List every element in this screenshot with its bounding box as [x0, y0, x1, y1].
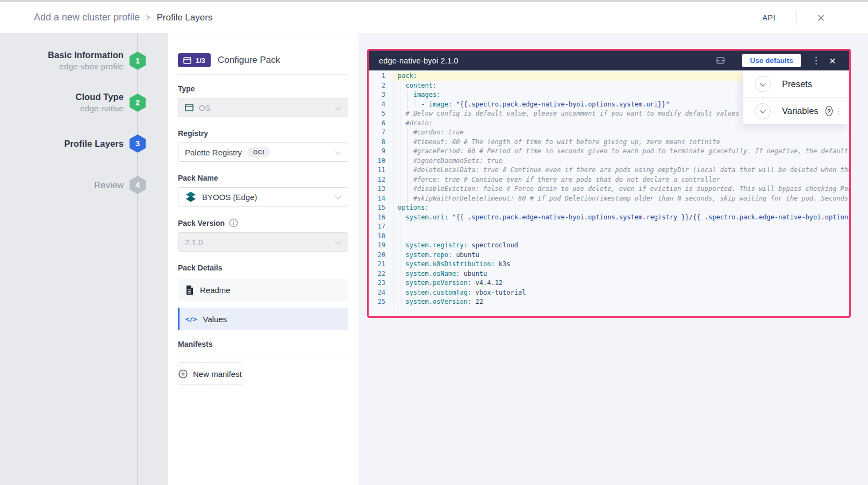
chevron-down-icon [335, 104, 341, 110]
code-line[interactable]: 8 #timeout: 60 # The length of time to w… [369, 138, 849, 147]
code-line[interactable]: 14 #skipWaitForDeleteTimeout: 60 # If po… [369, 194, 849, 204]
os-window-icon [185, 104, 193, 111]
line-number: 15 [369, 203, 385, 213]
readme-tab[interactable]: Readme [178, 279, 348, 301]
pack-step-count: 1/3 [196, 56, 205, 65]
wizard-header: Add a new cluster profile > Profile Laye… [0, 2, 868, 33]
configure-pack-title: Configure Pack [218, 55, 280, 66]
line-number: 22 [369, 269, 385, 279]
line-number: 24 [369, 288, 385, 298]
diff-view-icon[interactable] [715, 55, 726, 66]
type-value: OS [199, 103, 211, 112]
line-number: 21 [369, 260, 385, 269]
line-number: 23 [369, 279, 385, 288]
breadcrumb-current-step: Profile Layers [156, 12, 212, 23]
code-line[interactable]: 9 #gracePeriod: 60 # Period of time in s… [369, 147, 849, 156]
line-number: 11 [369, 166, 385, 175]
use-defaults-button[interactable]: Use defaults [742, 54, 800, 67]
pack-name-value: BYOOS (Edge) [202, 192, 257, 202]
manifests-label: Manifests [178, 340, 348, 348]
pack-version-label: Pack Version [178, 219, 225, 227]
step-title: Cloud Type [75, 92, 124, 102]
stepper-step-profile-layers[interactable]: Profile Layers 3 [0, 134, 168, 153]
chevron-down-icon [759, 107, 765, 113]
breadcrumb-separator: > [146, 13, 150, 23]
header-divider [796, 11, 797, 25]
step-indicator-hexagon: 3 [130, 134, 146, 153]
pack-step-badge: 1/3 [178, 53, 211, 67]
line-number: 4 [369, 100, 385, 110]
line-number: 13 [369, 184, 385, 194]
code-line[interactable]: 11 #deleteLocalData: true # Continue eve… [369, 166, 849, 175]
line-number: 16 [369, 213, 385, 223]
code-line[interactable]: 10 #ignoreDaemonSets: true [369, 156, 849, 166]
line-number: 8 [369, 138, 385, 147]
variables-kebab-menu-icon[interactable]: ⋮ [833, 106, 845, 116]
variables-label: Variables [782, 106, 819, 116]
type-select[interactable]: OS [178, 98, 348, 117]
code-line[interactable]: 17 [369, 222, 849, 232]
line-number: 3 [369, 90, 385, 100]
line-number: 7 [369, 128, 385, 138]
code-line[interactable]: 12 #force: true # Continue even if there… [369, 175, 849, 185]
window-icon [183, 57, 191, 64]
line-number: 25 [369, 297, 385, 307]
line-number: 12 [369, 175, 385, 185]
values-tab[interactable]: </> Values [178, 308, 348, 330]
code-line[interactable]: 16 system.uri: "{{ .spectro.pack.edge-na… [369, 213, 849, 223]
stepper-step-review[interactable]: Review 4 [0, 176, 168, 194]
info-icon[interactable] [229, 218, 238, 227]
editor-close-icon[interactable]: × [829, 55, 836, 66]
chevron-down-icon [759, 80, 765, 86]
new-manifest-button[interactable]: New manifest [178, 362, 242, 385]
pack-name-select[interactable]: BYOOS (Edge) [178, 187, 348, 206]
pack-values-editor: edge-native-byoi 2.1.0 Use defaults ⋮ × … [367, 49, 851, 318]
type-label: Type [178, 84, 348, 93]
stepper-step-basic-information[interactable]: Basic Information edge-vbox-profile 1 [0, 52, 168, 70]
pack-details-label: Pack Details [178, 263, 348, 272]
code-line[interactable]: 7 #cordon: true [369, 128, 849, 138]
code-line[interactable]: 21 system.k8sDistribution: k3s [369, 260, 849, 269]
manifests-divider [178, 355, 348, 355]
chevron-down-icon [335, 148, 341, 154]
step-subtitle: edge-native [75, 104, 124, 113]
new-manifest-label: New manifest [193, 369, 242, 379]
presets-expand-button[interactable] [755, 76, 771, 92]
chevron-down-icon [335, 238, 341, 244]
line-number: 6 [369, 119, 385, 129]
step-subtitle: edge-vbox-profile [48, 62, 124, 72]
section-divider [178, 74, 348, 75]
api-link[interactable]: API [762, 13, 776, 22]
values-tab-label: Values [203, 315, 227, 324]
code-line[interactable]: 13 #disableEviction: false # Force drain… [369, 184, 849, 194]
byoos-pack-icon [185, 191, 197, 203]
code-line[interactable]: 20 system.repo: ubuntu [369, 251, 849, 260]
variables-section: Variables ? ⋮ [743, 97, 849, 124]
variables-expand-button[interactable] [755, 103, 771, 119]
registry-select[interactable]: Palette Registry OCI [178, 142, 348, 162]
editor-kebab-menu-icon[interactable]: ⋮ [812, 56, 821, 65]
code-line[interactable]: 15options: [369, 203, 849, 213]
line-number: 14 [369, 194, 385, 204]
step-title: Review [94, 180, 124, 190]
registry-oci-badge: OCI [247, 147, 270, 158]
code-line[interactable]: 23 system.peVersion: v4.4.12 [369, 279, 849, 288]
editor-side-panel: Presets Variables ? ⋮ [743, 70, 849, 124]
breadcrumb-wizard-title[interactable]: Add a new cluster profile [34, 12, 140, 23]
wizard-close-icon[interactable]: × [817, 12, 825, 23]
code-line[interactable]: 24 system.customTag: vbox-tutorial [369, 288, 849, 298]
pack-version-select[interactable]: 2.1.0 [178, 232, 348, 252]
wizard-stepper-panel: Basic Information edge-vbox-profile 1 Cl… [0, 33, 168, 485]
help-icon[interactable]: ? [826, 106, 833, 116]
code-line[interactable]: 22 system.osName: ubuntu [369, 269, 849, 279]
breadcrumb: Add a new cluster profile > Profile Laye… [34, 12, 212, 23]
editor-pack-title: edge-native-byoi 2.1.0 [379, 56, 458, 65]
code-line[interactable]: 18 [369, 232, 849, 241]
line-number: 19 [369, 241, 385, 251]
line-number: 1 [369, 72, 385, 81]
code-line[interactable]: 19 system.registry: spectrocloud [369, 241, 849, 251]
code-line[interactable]: 25 system.osVersion: 22 [369, 297, 849, 307]
line-number: 9 [369, 147, 385, 156]
stepper-step-cloud-type[interactable]: Cloud Type edge-native 2 [0, 94, 168, 112]
pack-version-value: 2.1.0 [185, 238, 203, 247]
